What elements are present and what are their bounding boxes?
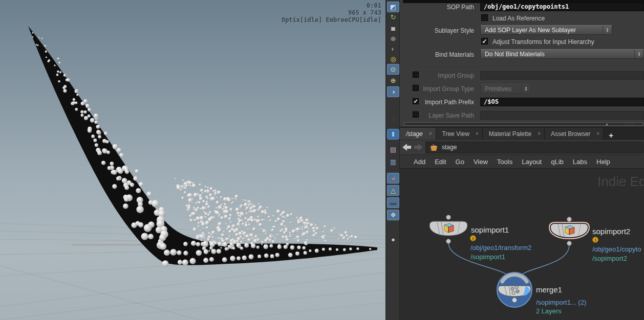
viewport-render [0,0,385,320]
node-sopimport2[interactable] [550,217,588,246]
layer-save-path-field[interactable] [480,111,644,120]
output-connector[interactable] [446,239,451,244]
spinner-icon[interactable]: ▲▼ [603,26,612,34]
close-icon[interactable]: × [596,131,599,136]
close-icon[interactable]: × [429,131,432,136]
sublayer-style-dropdown[interactable]: Add SOP Layer As New Sublayer ▲▼ [480,25,612,35]
adjust-transforms-label: Adjust Transforms for Input Hierarchy [492,38,594,45]
menu-qlib[interactable]: qLib [546,158,568,166]
load-as-reference-label: Load As Reference [492,15,545,22]
environment-light-icon[interactable]: ● [387,234,399,245]
warning-icon[interactable]: ! [470,236,476,241]
forward-arrow-icon[interactable] [414,144,423,151]
node-comment-sub: /sopimport2 [592,255,627,262]
output-connector[interactable] [512,298,517,303]
node-comment-sub: 2 Layers [536,307,562,315]
lock-camera-icon[interactable]: ◙ [387,23,399,34]
tab-stage[interactable]: /stage × [400,128,436,140]
tab-asset-browser-label: Asset Browser [551,130,590,138]
pane-tab-bar: /stage × Tree View × Material Palette × … [400,127,644,140]
tab-stage-label: /stage [406,130,423,138]
set-view-icon[interactable]: ↻ [387,12,399,22]
menu-edit[interactable]: Edit [430,158,450,166]
network-editor[interactable]: Indie Editi [400,169,644,320]
sop-path-label: SOP Path [400,4,474,11]
svg-text:!: ! [595,238,596,243]
import-path-prefix-label: Import Path Prefix [400,99,474,106]
input-connector[interactable] [446,215,451,220]
tab-material-palette-label: Material Palette [489,130,531,138]
secure-selection-icon[interactable]: ◩ [387,2,399,12]
node-sopimport1[interactable] [430,215,467,244]
menu-view[interactable]: View [469,158,492,166]
renderer-status: Optix[idle] EmbreeCPU[idle] [282,16,381,24]
headlight-only-icon[interactable]: ◐ [387,43,399,54]
node-comment-path: /obj/geo1/copyto [592,245,641,253]
flipbook-icon[interactable]: ▥ [387,156,399,167]
sublayer-style-value: Add SOP Layer As New Sublayer [481,27,603,34]
import-path-prefix-field[interactable]: /$OS [480,98,644,106]
load-as-reference-checkbox[interactable] [481,14,488,21]
close-icon[interactable]: × [538,131,541,136]
hidden-objects-icon[interactable]: ◌ [387,113,399,124]
node-label: sopimport1 [471,225,509,234]
disable-lighting-icon[interactable]: ⊗ [387,33,399,44]
import-group-type-label: Import Group Type [400,85,474,93]
bind-materials-label: Bind Materials [400,51,474,58]
display-options-toolbar: ◩↻◙⊗◐◎⊙⊕◑◌‖▤▥◕△▬❖● [385,0,400,320]
output-connector[interactable] [567,241,572,246]
menu-go[interactable]: Go [451,158,469,166]
import-group-field[interactable] [480,71,644,80]
normal-lighting-icon[interactable]: ⊙ [387,64,399,75]
viewport-status-overlay: 0:01 965 x 743 Optix[idle] EmbreeCPU[idl… [282,2,381,24]
parameters-scrollbar[interactable]: ▲ ::::::: [404,122,643,126]
tab-asset-browser[interactable]: Asset Browser × [545,128,604,140]
network-menu-bar: Add Edit Go View Tools Layout qLib Labs … [400,154,644,169]
warning-icon[interactable]: ! [593,237,598,243]
tab-material-palette[interactable]: Material Palette × [483,128,545,140]
snapshot-icon[interactable]: ▤ [387,144,399,155]
high-quality-lighting-icon[interactable]: ⊕ [387,75,399,86]
render-resolution: 965 x 743 [282,9,381,16]
parameters-pane: SOP Path /obj/geo1/copytopoints1 Load As… [400,0,644,127]
node-label: sopimport2 [592,227,630,236]
scroll-arrow-icon[interactable]: ▲ [605,122,609,126]
input-connector[interactable] [567,217,572,222]
sublayer-style-label: Sublayer Style [400,27,474,34]
spinner-icon[interactable]: ▲▼ [521,84,530,93]
houdini-window: 0:01 965 x 743 Optix[idle] EmbreeCPU[idl… [0,0,644,320]
display-grid-icon[interactable]: ❖ [387,210,399,220]
tab-tree-view[interactable]: Tree View × [436,128,483,140]
spinner-icon[interactable]: ▲▼ [634,50,643,58]
sop-path-field[interactable]: /obj/geo1/copytopoints1 [480,3,644,11]
import-group-label: Import Group [400,72,474,79]
import-group-type-dropdown[interactable]: Primitives ▲▼ [480,84,531,94]
right-pane: SOP Path /obj/geo1/copytopoints1 Load As… [400,0,644,320]
visualizer-icon[interactable]: ◎ [387,54,399,64]
location-field[interactable]: stage [425,142,643,153]
menu-labs[interactable]: Labs [568,158,592,166]
display-materials-icon[interactable]: ◕ [387,173,399,184]
back-arrow-icon[interactable] [402,144,411,151]
node-comment-path: /obj/geo1/transform2 [470,244,531,252]
adjust-transforms-checkbox[interactable]: ✓ [481,38,488,44]
bind-materials-value: Do Not Bind Materials [481,51,634,58]
tab-tree-view-label: Tree View [442,130,469,138]
bind-materials-dropdown[interactable]: Do Not Bind Materials ▲▼ [480,49,644,59]
menu-layout[interactable]: Layout [517,158,546,166]
viewport-background [0,0,385,320]
scene-viewport[interactable]: 0:01 965 x 743 Optix[idle] EmbreeCPU[idl… [0,0,385,320]
node-comment-sub: /sopimport1 [470,253,505,261]
menu-tools[interactable]: Tools [492,158,517,166]
close-icon[interactable]: × [476,131,479,136]
location-text: stage [442,144,457,151]
scrollbar-grip[interactable]: ::::::: [625,123,635,126]
add-tab-button[interactable]: + [604,131,618,140]
display-cameras-icon[interactable]: ▬ [387,197,399,208]
pause-display-icon[interactable]: ‖ [387,129,399,140]
node-merge1[interactable] [497,272,532,307]
menu-help[interactable]: Help [592,158,615,166]
menu-add[interactable]: Add [409,158,430,166]
material-shading-icon[interactable]: ◑ [387,86,399,97]
display-lights-icon[interactable]: △ [387,185,399,196]
